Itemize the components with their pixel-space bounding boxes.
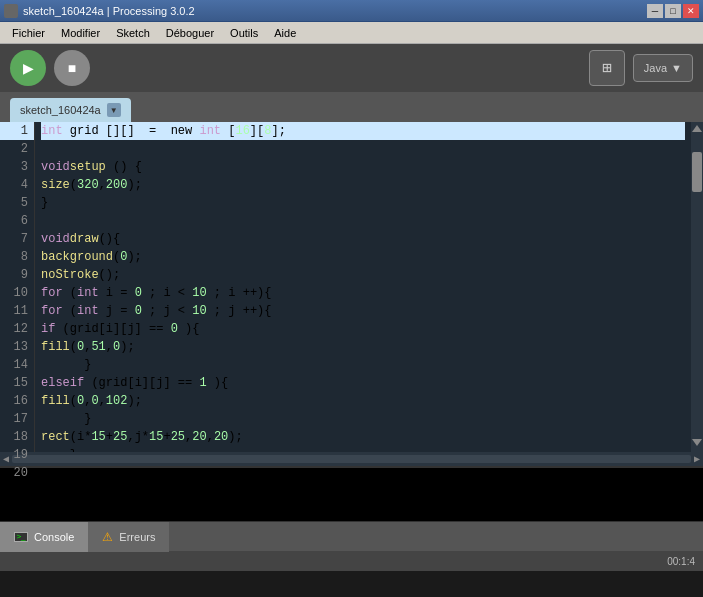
console-icon: >_ bbox=[14, 532, 28, 542]
line-number: 8 bbox=[0, 248, 34, 266]
code-line: fill(0,51,0); bbox=[41, 338, 685, 356]
warning-icon: ⚠ bbox=[102, 530, 113, 544]
java-arrow-icon: ▼ bbox=[671, 62, 682, 74]
line-number: 4 bbox=[0, 176, 34, 194]
errors-tab[interactable]: ⚠ Erreurs bbox=[88, 522, 169, 552]
code-line: int grid [][] = new int [16][8]; bbox=[41, 122, 685, 140]
line-number: 9 bbox=[0, 266, 34, 284]
code-line: else if (grid[i][j] == 1 ){ bbox=[41, 374, 685, 392]
horizontal-scrollbar[interactable]: ◀ ▶ bbox=[0, 452, 703, 466]
console-bar: >_ Console ⚠ Erreurs bbox=[0, 521, 703, 551]
cursor-position: 00:1:4 bbox=[667, 556, 695, 567]
vertical-scrollbar[interactable] bbox=[691, 122, 703, 452]
line-number: 3 bbox=[0, 158, 34, 176]
output-area bbox=[0, 466, 703, 521]
line-number: 19 bbox=[0, 446, 34, 464]
code-line: for (int i = 0 ; i < 10 ; i ++){ bbox=[41, 284, 685, 302]
code-line: void draw(){ bbox=[41, 230, 685, 248]
scroll-up-arrow[interactable] bbox=[692, 125, 702, 132]
console-tab[interactable]: >_ Console bbox=[0, 522, 88, 552]
minimize-button[interactable]: ─ bbox=[647, 4, 663, 18]
line-number: 16 bbox=[0, 392, 34, 410]
line-number: 6 bbox=[0, 212, 34, 230]
code-line: } bbox=[41, 410, 685, 428]
tab-label: sketch_160424a bbox=[20, 104, 101, 116]
code-line bbox=[41, 212, 685, 230]
stop-button[interactable]: ■ bbox=[54, 50, 90, 86]
code-line: } bbox=[41, 446, 685, 452]
scroll-right-arrow[interactable]: ▶ bbox=[694, 453, 700, 465]
menu-modifier[interactable]: Modifier bbox=[53, 25, 108, 41]
line-number: 7 bbox=[0, 230, 34, 248]
run-button[interactable]: ▶ bbox=[10, 50, 46, 86]
line-number: 5 bbox=[0, 194, 34, 212]
menu-sketch[interactable]: Sketch bbox=[108, 25, 158, 41]
line-number: 2 bbox=[0, 140, 34, 158]
title-text: sketch_160424a | Processing 3.0.2 bbox=[4, 4, 195, 18]
code-line: for (int j = 0 ; j < 10 ; j ++){ bbox=[41, 302, 685, 320]
menu-outils[interactable]: Outils bbox=[222, 25, 266, 41]
maximize-button[interactable]: □ bbox=[665, 4, 681, 18]
line-number: 15 bbox=[0, 374, 34, 392]
code-line: rect(i*15+25,j*15+25,20,20); bbox=[41, 428, 685, 446]
close-button[interactable]: ✕ bbox=[683, 4, 699, 18]
code-line: background(0); bbox=[41, 248, 685, 266]
scroll-thumb[interactable] bbox=[692, 152, 702, 192]
scroll-down-arrow[interactable] bbox=[692, 439, 702, 446]
h-scroll-track[interactable] bbox=[12, 455, 691, 463]
java-mode-button[interactable]: Java ▼ bbox=[633, 54, 693, 82]
sketch-tab[interactable]: sketch_160424a ▼ bbox=[10, 98, 131, 122]
code-line: noStroke(); bbox=[41, 266, 685, 284]
window-controls: ─ □ ✕ bbox=[647, 4, 699, 18]
stop-icon: ■ bbox=[68, 60, 76, 76]
code-area[interactable]: int grid [][] = new int [16][8]; void se… bbox=[35, 122, 691, 452]
line-number: 12 bbox=[0, 320, 34, 338]
menu-aide[interactable]: Aide bbox=[266, 25, 304, 41]
serial-monitor-button[interactable]: ⊞ bbox=[589, 50, 625, 86]
line-numbers: 1234567891011121314151617181920 bbox=[0, 122, 35, 452]
line-number: 11 bbox=[0, 302, 34, 320]
java-label: Java bbox=[644, 62, 667, 74]
line-number: 14 bbox=[0, 356, 34, 374]
code-content[interactable]: int grid [][] = new int [16][8]; void se… bbox=[35, 122, 691, 452]
line-number: 20 bbox=[0, 464, 34, 482]
menu-fichier[interactable]: Fichier bbox=[4, 25, 53, 41]
title-bar: sketch_160424a | Processing 3.0.2 ─ □ ✕ bbox=[0, 0, 703, 22]
code-line: if (grid[i][j] == 0 ){ bbox=[41, 320, 685, 338]
code-line: } bbox=[41, 356, 685, 374]
status-bar: 00:1:4 bbox=[0, 551, 703, 571]
menu-deboger[interactable]: Déboguer bbox=[158, 25, 222, 41]
line-number: 10 bbox=[0, 284, 34, 302]
line-number: 1 bbox=[0, 122, 34, 140]
tab-arrow-icon: ▼ bbox=[110, 106, 118, 115]
code-line: size(320,200); bbox=[41, 176, 685, 194]
app-icon bbox=[4, 4, 18, 18]
serial-icon: ⊞ bbox=[602, 58, 612, 78]
code-line: } bbox=[41, 194, 685, 212]
toolbar: ▶ ■ ⊞ Java ▼ bbox=[0, 44, 703, 92]
line-number: 17 bbox=[0, 410, 34, 428]
line-number: 18 bbox=[0, 428, 34, 446]
errors-label: Erreurs bbox=[119, 531, 155, 543]
code-line: fill(0,0,102); bbox=[41, 392, 685, 410]
menu-bar: Fichier Modifier Sketch Déboguer Outils … bbox=[0, 22, 703, 44]
tab-bar: sketch_160424a ▼ bbox=[0, 92, 703, 122]
line-number: 13 bbox=[0, 338, 34, 356]
editor: 1234567891011121314151617181920 int grid… bbox=[0, 122, 703, 452]
window-title: sketch_160424a | Processing 3.0.2 bbox=[23, 5, 195, 17]
code-line: void setup () { bbox=[41, 158, 685, 176]
play-icon: ▶ bbox=[23, 60, 34, 76]
console-label: Console bbox=[34, 531, 74, 543]
code-line bbox=[41, 140, 685, 158]
tab-dropdown-button[interactable]: ▼ bbox=[107, 103, 121, 117]
